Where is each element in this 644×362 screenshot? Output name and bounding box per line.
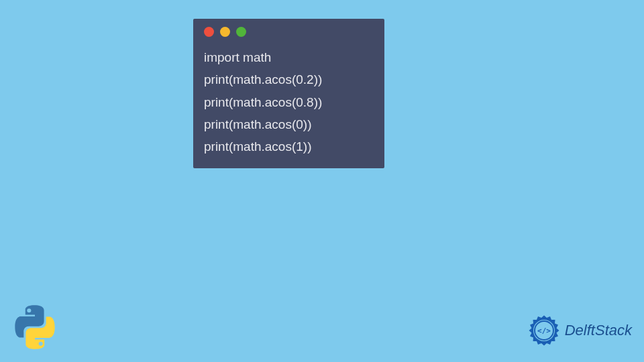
code-content: import math print(math.acos(0.2)) print(… xyxy=(204,46,374,158)
code-line: import math xyxy=(204,46,374,68)
brand-text: DelftStack xyxy=(565,322,632,339)
svg-text:</>: </> xyxy=(537,326,551,335)
code-line: print(math.acos(0)) xyxy=(204,113,374,135)
minimize-icon xyxy=(220,27,230,37)
maximize-icon xyxy=(236,27,246,37)
traffic-lights xyxy=(204,27,374,37)
code-window: import math print(math.acos(0.2)) print(… xyxy=(193,19,384,168)
code-line: print(math.acos(0.8)) xyxy=(204,91,374,113)
delftstack-logo: </> DelftStack xyxy=(527,314,632,347)
delftstack-gear-icon: </> xyxy=(527,314,561,347)
python-logo-icon xyxy=(12,304,58,350)
code-line: print(math.acos(0.2)) xyxy=(204,68,374,90)
close-icon xyxy=(204,27,214,37)
code-line: print(math.acos(1)) xyxy=(204,135,374,158)
